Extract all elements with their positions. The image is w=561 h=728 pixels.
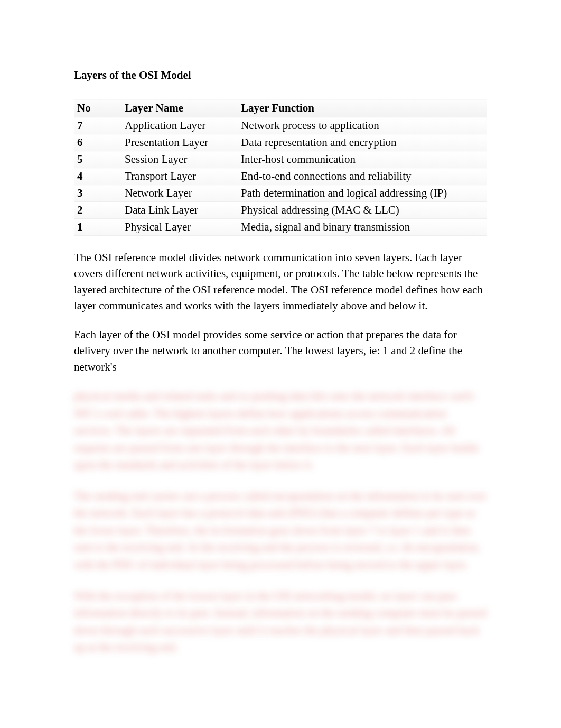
cell-name: Transport Layer <box>121 168 238 185</box>
header-name: Layer Name <box>121 99 238 117</box>
cell-function: Media, signal and binary transmission <box>238 219 487 236</box>
cell-name: Physical Layer <box>121 219 238 236</box>
cell-name: Data Link Layer <box>121 202 238 219</box>
osi-layers-table: No Layer Name Layer Function 7 Applicati… <box>74 99 487 236</box>
table-row: 3 Network Layer Path determination and l… <box>74 185 487 202</box>
table-header-row: No Layer Name Layer Function <box>74 99 487 117</box>
cell-no: 2 <box>74 202 121 219</box>
cell-name: Presentation Layer <box>121 134 238 151</box>
cell-name: Application Layer <box>121 117 238 134</box>
paragraph-visible-text: Each layer of the OSI model provides som… <box>74 328 462 373</box>
table-row: 5 Session Layer Inter-host communication <box>74 151 487 168</box>
blurred-paragraph: With the exception of the lowest layer i… <box>74 587 487 656</box>
body-paragraph: Each layer of the OSI model provides som… <box>74 327 487 375</box>
cell-no: 3 <box>74 185 121 202</box>
cell-no: 1 <box>74 219 121 236</box>
page-title: Layers of the OSI Model <box>74 69 487 82</box>
table-row: 1 Physical Layer Media, signal and binar… <box>74 219 487 236</box>
cell-name: Session Layer <box>121 151 238 168</box>
cell-function: Path determination and logical addressin… <box>238 185 487 202</box>
body-paragraph: The OSI reference model divides network … <box>74 250 487 314</box>
blurred-content: physical media and related tasks and so … <box>74 388 487 656</box>
cell-function: Network process to application <box>238 117 487 134</box>
cell-function: Physical addressing (MAC & LLC) <box>238 202 487 219</box>
table-row: 2 Data Link Layer Physical addressing (M… <box>74 202 487 219</box>
cell-function: End-to-end connections and reliability <box>238 168 487 185</box>
cell-no: 5 <box>74 151 121 168</box>
cell-function: Inter-host communication <box>238 151 487 168</box>
blurred-paragraph: The sending end carries out a process ca… <box>74 487 487 574</box>
table-row: 7 Application Layer Network process to a… <box>74 117 487 134</box>
cell-no: 6 <box>74 134 121 151</box>
table-row: 4 Transport Layer End-to-end connections… <box>74 168 487 185</box>
cell-no: 4 <box>74 168 121 185</box>
table-row: 6 Presentation Layer Data representation… <box>74 134 487 151</box>
header-function: Layer Function <box>238 99 487 117</box>
header-no: No <box>74 99 121 117</box>
cell-function: Data representation and encryption <box>238 134 487 151</box>
cell-name: Network Layer <box>121 185 238 202</box>
blurred-paragraph: physical media and related tasks and so … <box>74 388 487 474</box>
cell-no: 7 <box>74 117 121 134</box>
